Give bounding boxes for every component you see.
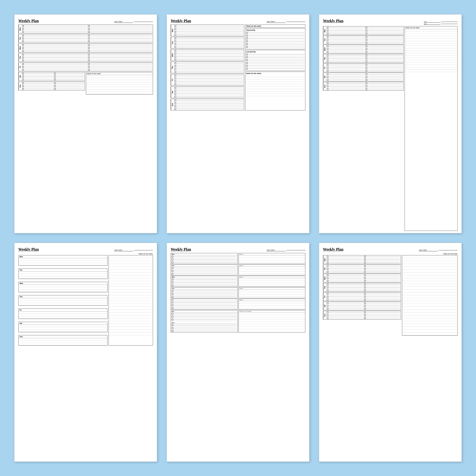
planner-card-5: Weekly Plan start date: Mon Notes: [167, 243, 309, 462]
card4-days: Mon Tue Wed [18, 255, 108, 346]
planner-card-2: Weekly Plan start date: Mon Tue [167, 14, 309, 233]
card1-body: Mon Tue [18, 24, 153, 95]
card3-days: Mon Tue [323, 26, 404, 231]
card5-wed: Wed Notes: [171, 276, 305, 287]
card3-header: Weekly Plan start date: [323, 19, 458, 25]
card4-sat: Sat [18, 322, 108, 332]
card6-wed: Wed [323, 274, 401, 283]
card3-wed: Wed [323, 45, 404, 53]
card6-body: Mon Tue [323, 255, 458, 336]
card1-notes-label: Notes for the week: [86, 72, 153, 75]
card1-start-date: start date: [114, 20, 153, 23]
card1-sun: Sun [18, 82, 85, 90]
card1-bottom: Sat [18, 72, 153, 95]
card5-header: Weekly Plan start date: [171, 247, 305, 252]
card5-sat: Sat Sun Notes for the week: [171, 310, 305, 333]
card6-thu: Thu [323, 283, 401, 292]
card2-tasks: Tasks for the week: Top priority Low pri… [245, 24, 305, 110]
card1-notes-box: Notes for the week: [86, 72, 153, 95]
card4-wed: Wed [18, 282, 108, 292]
card4-tue: Tue [18, 269, 108, 279]
card2-mon: Mon [171, 24, 244, 36]
card6-title: Weekly Plan [323, 247, 343, 252]
card6-sat: Sat [323, 302, 401, 310]
card1-fri: Fri [18, 63, 153, 71]
card1-title: Weekly Plan [18, 19, 39, 23]
card6-notes-top-label: Notes for the week: [443, 253, 458, 255]
card6-sun: Sun [323, 311, 401, 320]
card1-thu: Thu [18, 53, 153, 62]
card6-days: Mon Tue [323, 255, 401, 336]
card3-notes-right: Notes for the week: [405, 26, 458, 231]
card4-start-date: start date: [114, 249, 153, 251]
card3-mon: Mon [323, 26, 404, 35]
card1-sat: Sat [18, 72, 85, 81]
planner-card-3: Weekly Plan start date: Mon [319, 14, 462, 233]
card3-thu: Thu [323, 54, 404, 63]
card3-start-date: start date: [424, 21, 458, 25]
card4-title: Weekly Plan [18, 247, 39, 252]
card3-notes-label: Notes for the week: [405, 26, 458, 29]
card2-days: Mon Tue Wed [171, 24, 244, 110]
card3-tue: Tue [323, 35, 404, 44]
card4-fri: Fri [18, 308, 108, 319]
card2-tasks-header: Tasks for the week: [245, 24, 305, 28]
card6-tue: Tue [323, 264, 401, 273]
card1-header: Weekly Plan start date: [18, 19, 153, 23]
card1-tue: Tue [18, 34, 153, 43]
card2-header: Weekly Plan start date: [171, 19, 305, 23]
card3-body: Mon Tue [323, 26, 458, 231]
card6-mon: Mon [323, 255, 401, 264]
card2-title: Weekly Plan [171, 19, 191, 23]
card6-header: Weekly Plan start date: [323, 247, 458, 252]
card2-top-priority: Top priority [245, 28, 305, 49]
card5-tue: Tue Notes: [171, 264, 305, 275]
card3-sat: Sat [323, 73, 404, 81]
card6-start-date: start date: [419, 249, 458, 251]
card2-thu: Thu [171, 62, 244, 73]
card5-mon: Mon Notes: [171, 253, 305, 264]
card4-mon: Mon [18, 255, 108, 266]
card1-wed: Wed [18, 44, 153, 52]
card4-sun: Sun [18, 335, 108, 346]
card3-fri: Fri [323, 63, 404, 72]
card5-thu: Thu Notes: [171, 287, 305, 298]
card2-fri: Fri [171, 74, 244, 86]
card4-notes-top-label: Notes for the week: [139, 253, 153, 255]
planner-card-1: Weekly Plan start date: Mon [14, 14, 157, 233]
card5-body: Mon Notes: Tue [171, 253, 305, 333]
card6-fri: Fri [323, 292, 401, 301]
card3-title: Weekly Plan [323, 19, 343, 23]
card2-notes: Notes for the week: [245, 72, 305, 110]
card2-low-priority: Low priority [245, 50, 305, 71]
card4-header: Weekly Plan start date: [18, 247, 153, 252]
card2-body: Mon Tue Wed [171, 24, 305, 110]
planner-card-6: Weekly Plan start date: Notes for the we… [319, 243, 462, 462]
card2-tue: Tue [171, 37, 244, 49]
card2-start-date: start date: [267, 20, 305, 23]
card4-thu: Thu [18, 295, 108, 306]
card3-sun: Sun [323, 82, 404, 91]
card2-sun: Sun [171, 99, 244, 110]
card1-mon: Mon [18, 24, 153, 33]
card6-notes [402, 255, 458, 336]
planner-card-4: Weekly Plan start date: Notes for the we… [14, 243, 157, 462]
card4-body: Mon Tue Wed [18, 255, 153, 346]
card5-start-date: start date: [267, 249, 305, 251]
card2-sat: Sat [171, 86, 244, 98]
card4-notes [108, 255, 153, 346]
card5-fri: Fri Notes: [171, 299, 305, 310]
card2-wed: Wed [171, 49, 244, 61]
card5-title: Weekly Plan [171, 247, 191, 252]
